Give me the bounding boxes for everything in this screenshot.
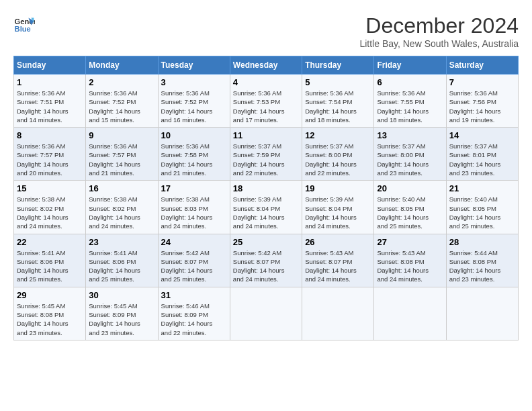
header-friday: Friday <box>374 56 446 75</box>
table-row: 21Sunrise: 5:40 AM Sunset: 8:05 PM Dayli… <box>446 181 518 234</box>
table-row: 27Sunrise: 5:43 AM Sunset: 8:08 PM Dayli… <box>374 234 446 287</box>
day-info: Sunrise: 5:37 AM Sunset: 8:00 PM Dayligh… <box>377 142 443 177</box>
day-info: Sunrise: 5:40 AM Sunset: 8:05 PM Dayligh… <box>377 195 443 230</box>
table-row: 11Sunrise: 5:37 AM Sunset: 7:59 PM Dayli… <box>230 128 302 181</box>
day-info: Sunrise: 5:39 AM Sunset: 8:04 PM Dayligh… <box>233 195 299 230</box>
table-row <box>446 287 518 340</box>
day-info: Sunrise: 5:36 AM Sunset: 7:52 PM Dayligh… <box>89 89 154 124</box>
day-number: 20 <box>377 183 443 193</box>
title-area: December 2024 Little Bay, New South Wale… <box>359 13 519 49</box>
table-row: 13Sunrise: 5:37 AM Sunset: 8:00 PM Dayli… <box>374 128 446 181</box>
day-number: 13 <box>377 130 443 140</box>
header-tuesday: Tuesday <box>158 56 230 75</box>
table-row: 20Sunrise: 5:40 AM Sunset: 8:05 PM Dayli… <box>374 181 446 234</box>
day-number: 5 <box>305 77 371 87</box>
calendar-row: 8Sunrise: 5:36 AM Sunset: 7:57 PM Daylig… <box>14 128 519 181</box>
day-number: 7 <box>449 77 515 87</box>
day-number: 15 <box>17 183 83 193</box>
day-number: 2 <box>89 77 154 87</box>
day-number: 28 <box>449 237 515 247</box>
day-info: Sunrise: 5:41 AM Sunset: 8:06 PM Dayligh… <box>89 248 154 284</box>
day-number: 18 <box>233 183 299 193</box>
table-row: 25Sunrise: 5:42 AM Sunset: 8:07 PM Dayli… <box>230 234 302 287</box>
day-number: 27 <box>377 237 443 247</box>
table-row: 30Sunrise: 5:45 AM Sunset: 8:09 PM Dayli… <box>86 287 158 340</box>
table-row: 3Sunrise: 5:36 AM Sunset: 7:52 PM Daylig… <box>158 75 230 128</box>
table-row: 6Sunrise: 5:36 AM Sunset: 7:55 PM Daylig… <box>374 75 446 128</box>
calendar-row: 15Sunrise: 5:38 AM Sunset: 8:02 PM Dayli… <box>14 181 519 234</box>
day-number: 16 <box>89 183 154 193</box>
day-info: Sunrise: 5:46 AM Sunset: 8:09 PM Dayligh… <box>161 302 227 337</box>
day-number: 26 <box>305 237 371 247</box>
calendar-row: 22Sunrise: 5:41 AM Sunset: 8:06 PM Dayli… <box>14 234 519 287</box>
day-info: Sunrise: 5:36 AM Sunset: 7:57 PM Dayligh… <box>17 142 83 177</box>
day-info: Sunrise: 5:43 AM Sunset: 8:07 PM Dayligh… <box>305 248 371 284</box>
day-number: 19 <box>305 183 371 193</box>
day-info: Sunrise: 5:36 AM Sunset: 7:58 PM Dayligh… <box>161 142 227 177</box>
day-number: 23 <box>89 237 154 247</box>
table-row: 26Sunrise: 5:43 AM Sunset: 8:07 PM Dayli… <box>302 234 374 287</box>
table-row: 10Sunrise: 5:36 AM Sunset: 7:58 PM Dayli… <box>158 128 230 181</box>
day-number: 17 <box>161 183 227 193</box>
day-info: Sunrise: 5:42 AM Sunset: 8:07 PM Dayligh… <box>233 248 299 284</box>
day-info: Sunrise: 5:45 AM Sunset: 8:08 PM Dayligh… <box>17 302 83 337</box>
day-number: 6 <box>377 77 443 87</box>
table-row: 1Sunrise: 5:36 AM Sunset: 7:51 PM Daylig… <box>14 75 86 128</box>
table-row: 12Sunrise: 5:37 AM Sunset: 8:00 PM Dayli… <box>302 128 374 181</box>
day-info: Sunrise: 5:37 AM Sunset: 8:00 PM Dayligh… <box>305 142 371 177</box>
day-info: Sunrise: 5:36 AM Sunset: 7:54 PM Dayligh… <box>305 89 371 124</box>
day-info: Sunrise: 5:36 AM Sunset: 7:56 PM Dayligh… <box>449 89 515 124</box>
day-info: Sunrise: 5:42 AM Sunset: 8:07 PM Dayligh… <box>161 248 227 284</box>
day-number: 8 <box>17 130 83 140</box>
day-info: Sunrise: 5:41 AM Sunset: 8:06 PM Dayligh… <box>17 248 83 284</box>
table-row: 8Sunrise: 5:36 AM Sunset: 7:57 PM Daylig… <box>14 128 86 181</box>
header-thursday: Thursday <box>302 56 374 75</box>
table-row: 7Sunrise: 5:36 AM Sunset: 7:56 PM Daylig… <box>446 75 518 128</box>
day-number: 1 <box>17 77 83 87</box>
day-number: 9 <box>89 130 154 140</box>
header-monday: Monday <box>86 56 158 75</box>
day-info: Sunrise: 5:36 AM Sunset: 7:51 PM Dayligh… <box>17 89 83 124</box>
day-info: Sunrise: 5:37 AM Sunset: 8:01 PM Dayligh… <box>449 142 515 177</box>
table-row <box>302 287 374 340</box>
logo-icon: General Blue <box>13 13 35 35</box>
day-number: 10 <box>161 130 227 140</box>
day-info: Sunrise: 5:38 AM Sunset: 8:02 PM Dayligh… <box>17 195 83 230</box>
table-row <box>230 287 302 340</box>
table-row: 24Sunrise: 5:42 AM Sunset: 8:07 PM Dayli… <box>158 234 230 287</box>
day-info: Sunrise: 5:38 AM Sunset: 8:03 PM Dayligh… <box>161 195 227 230</box>
day-info: Sunrise: 5:39 AM Sunset: 8:04 PM Dayligh… <box>305 195 371 230</box>
svg-text:Blue: Blue <box>15 25 31 33</box>
day-info: Sunrise: 5:45 AM Sunset: 8:09 PM Dayligh… <box>89 302 154 337</box>
table-row <box>374 287 446 340</box>
header-saturday: Saturday <box>446 56 518 75</box>
day-number: 12 <box>305 130 371 140</box>
day-number: 21 <box>449 183 515 193</box>
day-number: 22 <box>17 237 83 247</box>
page-header: General Blue December 2024 Little Bay, N… <box>13 13 519 49</box>
header-sunday: Sunday <box>14 56 86 75</box>
day-number: 4 <box>233 77 299 87</box>
day-info: Sunrise: 5:36 AM Sunset: 7:52 PM Dayligh… <box>161 89 227 124</box>
table-row: 4Sunrise: 5:36 AM Sunset: 7:53 PM Daylig… <box>230 75 302 128</box>
day-info: Sunrise: 5:38 AM Sunset: 8:02 PM Dayligh… <box>89 195 154 230</box>
table-row: 29Sunrise: 5:45 AM Sunset: 8:08 PM Dayli… <box>14 287 86 340</box>
day-number: 14 <box>449 130 515 140</box>
table-row: 22Sunrise: 5:41 AM Sunset: 8:06 PM Dayli… <box>14 234 86 287</box>
day-number: 3 <box>161 77 227 87</box>
calendar-row: 1Sunrise: 5:36 AM Sunset: 7:51 PM Daylig… <box>14 75 519 128</box>
day-number: 24 <box>161 237 227 247</box>
table-row: 16Sunrise: 5:38 AM Sunset: 8:02 PM Dayli… <box>86 181 158 234</box>
month-title: December 2024 <box>359 13 519 38</box>
location-subtitle: Little Bay, New South Wales, Australia <box>359 38 519 49</box>
table-row: 15Sunrise: 5:38 AM Sunset: 8:02 PM Dayli… <box>14 181 86 234</box>
day-info: Sunrise: 5:40 AM Sunset: 8:05 PM Dayligh… <box>449 195 515 230</box>
day-info: Sunrise: 5:37 AM Sunset: 7:59 PM Dayligh… <box>233 142 299 177</box>
table-row: 19Sunrise: 5:39 AM Sunset: 8:04 PM Dayli… <box>302 181 374 234</box>
day-info: Sunrise: 5:44 AM Sunset: 8:08 PM Dayligh… <box>449 248 515 284</box>
logo: General Blue <box>13 13 35 35</box>
table-row: 9Sunrise: 5:36 AM Sunset: 7:57 PM Daylig… <box>86 128 158 181</box>
day-number: 11 <box>233 130 299 140</box>
day-number: 30 <box>89 290 154 300</box>
table-row: 17Sunrise: 5:38 AM Sunset: 8:03 PM Dayli… <box>158 181 230 234</box>
